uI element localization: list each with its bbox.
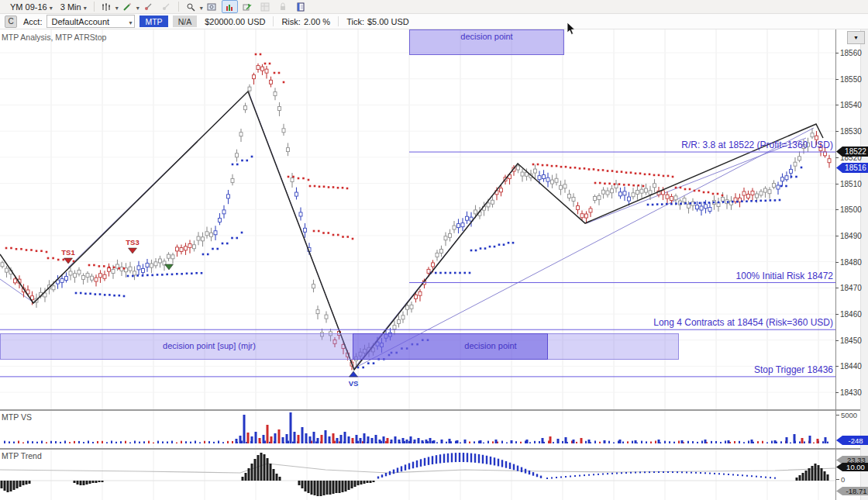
interval-selector[interactable]: 3 Min xyxy=(57,1,91,13)
price-axis-tick: 18430 xyxy=(835,388,862,397)
price-axis-tick: 18540 xyxy=(835,101,862,109)
dart-icon xyxy=(161,2,170,12)
risk-label: Risk: xyxy=(281,17,300,26)
last-price-badge: 18516 xyxy=(836,163,868,173)
price-axis-tick: 18440 xyxy=(835,362,862,371)
pencil-icon xyxy=(122,2,132,12)
vs-value-badge: -248 xyxy=(836,436,868,445)
price-axis-tick: 18450 xyxy=(835,336,862,345)
toolbar-separator xyxy=(94,2,95,12)
tick-label: Tick: xyxy=(346,17,364,26)
price-axis-tick: 18550 xyxy=(835,75,862,84)
mtp-vs-panel-canvas[interactable] xyxy=(0,411,835,448)
trading-platform-window: YM 09-16 3 Min xyxy=(0,0,868,500)
price-axis-tick: 18500 xyxy=(835,205,862,214)
lock-icon xyxy=(278,2,288,12)
grid-disabled-button xyxy=(257,0,274,13)
chart-toolbar: YM 09-16 3 Min xyxy=(0,0,868,14)
target-price-badge: 18522 xyxy=(836,147,868,157)
account-dropdown[interactable]: DefaultAccount xyxy=(46,15,135,28)
trend-panel-label: MTP Trend xyxy=(2,451,42,460)
tick-value: $5.00 USD xyxy=(367,17,409,26)
grid-icon xyxy=(260,2,270,12)
price-axis-tick: 18460 xyxy=(835,310,862,319)
vs-panel-label: MTP VS xyxy=(2,412,32,422)
analysis-chart-icon xyxy=(225,2,234,12)
price-axis-tick: 18560 xyxy=(835,49,862,57)
interval-label: 3 Min xyxy=(60,2,81,12)
draw-tools-button[interactable] xyxy=(119,0,136,13)
marker-tool-disabled-button xyxy=(158,0,174,13)
chevron-down-icon xyxy=(50,2,53,12)
divider xyxy=(273,16,274,26)
magnifier-icon xyxy=(186,2,195,12)
mtp-analysis-button[interactable] xyxy=(222,0,238,13)
account-balance: $20000.00 USD xyxy=(205,17,265,26)
chevron-down-icon xyxy=(129,17,132,26)
notebook-icon xyxy=(296,2,305,12)
mtp-mode-button[interactable]: MTP xyxy=(140,16,167,27)
notes-button[interactable] xyxy=(293,0,309,13)
collapse-panel-button[interactable]: ▼ xyxy=(847,31,865,44)
snapshot-button[interactable] xyxy=(204,0,220,13)
price-axis[interactable]: 1856018550185401853018520185101850018490… xyxy=(835,29,868,500)
account-name: DefaultAccount xyxy=(51,17,109,26)
chevron-down-icon[interactable] xyxy=(200,2,203,12)
lock-disabled-button xyxy=(275,0,291,13)
instrument-selector[interactable]: YM 09-16 xyxy=(6,1,57,13)
vs-axis-tick: 5000 xyxy=(836,411,857,419)
mtp-trend-panel-canvas[interactable] xyxy=(0,450,835,500)
strategy-icon xyxy=(243,2,252,12)
chevron-down-icon xyxy=(84,2,87,12)
trend-low-badge: -18.71 xyxy=(836,487,868,495)
marker-tool-button[interactable] xyxy=(140,0,157,13)
chart-style-button[interactable] xyxy=(98,0,115,13)
trend-mid-badge: 10.00 xyxy=(836,463,868,471)
chevron-down-icon[interactable] xyxy=(115,2,119,12)
price-axis-tick: 18480 xyxy=(835,258,862,267)
divider xyxy=(338,16,339,26)
price-chart-canvas[interactable] xyxy=(0,29,835,409)
connection-button[interactable]: C xyxy=(5,16,17,28)
strategy-button[interactable] xyxy=(239,0,256,13)
toolbar-separator xyxy=(178,2,179,12)
dart-icon xyxy=(143,2,153,12)
price-axis-tick: 18510 xyxy=(835,180,862,188)
price-axis-tick: 18490 xyxy=(835,232,862,240)
account-bar: C Acct: DefaultAccount MTP N/A $20000.00… xyxy=(0,14,868,29)
position-status-button[interactable]: N/A xyxy=(173,16,198,27)
acct-label: Acct: xyxy=(23,17,42,26)
snapshot-icon xyxy=(207,2,216,12)
zoom-button[interactable] xyxy=(183,0,199,13)
price-axis-tick: 18470 xyxy=(835,284,862,292)
risk-value: 2.00 % xyxy=(304,17,330,26)
indicator-label: MTP Analysis, MTP ATRStop xyxy=(2,33,106,42)
price-axis-tick: 18530 xyxy=(835,127,862,136)
bar-chart-icon xyxy=(102,2,111,12)
instrument-label: YM 09-16 xyxy=(10,2,47,12)
chevron-down-icon[interactable] xyxy=(136,2,140,12)
trend-zero-tick: 0 xyxy=(836,475,845,484)
